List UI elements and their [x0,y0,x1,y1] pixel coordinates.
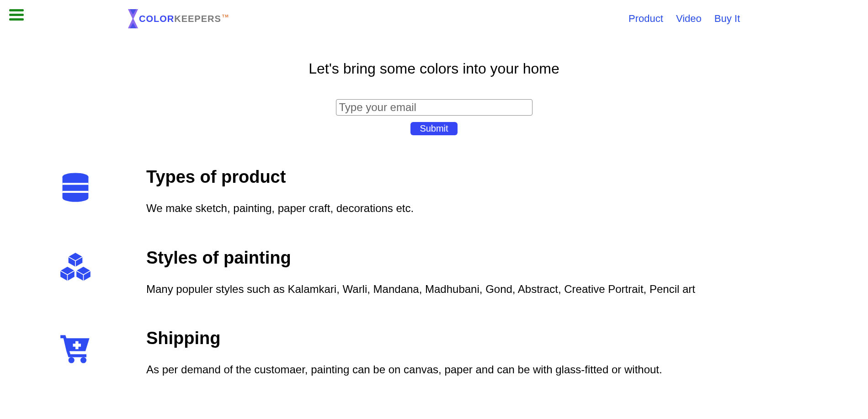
svg-point-22 [69,357,75,363]
email-input[interactable] [336,99,533,116]
feature-title: Types of product [146,167,841,187]
hero-title: Let's bring some colors into your home [0,60,868,77]
svg-rect-8 [63,183,89,185]
logo-mark-icon [128,9,138,28]
feature-shipping: Shipping As per demand of the customaer,… [59,329,841,377]
email-form: Submit [0,99,868,135]
brand-logo[interactable]: COLORKEEPERSTM [128,9,229,28]
svg-rect-2 [9,18,24,21]
feature-title: Shipping [146,329,841,348]
svg-point-23 [80,357,86,363]
hamburger-icon [9,8,24,21]
feature-content: Shipping As per demand of the customaer,… [146,329,841,377]
svg-rect-0 [9,9,24,11]
hamburger-menu-button[interactable] [9,8,24,23]
database-icon [59,171,91,203]
hero-section: Let's bring some colors into your home S… [0,60,868,135]
svg-rect-9 [63,191,89,193]
feature-description: As per demand of the customaer, painting… [146,362,841,377]
nav-video[interactable]: Video [676,13,702,25]
features-section: Types of product We make sketch, paintin… [0,167,868,377]
cubes-icon [59,252,91,284]
svg-rect-1 [9,14,24,16]
svg-rect-25 [73,344,81,347]
feature-description: We make sketch, painting, paper craft, d… [146,201,841,216]
feature-content: Types of product We make sketch, paintin… [146,167,841,216]
feature-types: Types of product We make sketch, paintin… [59,167,841,216]
brand-name: COLORKEEPERSTM [139,14,229,24]
feature-styles: Styles of painting Many populer styles s… [59,248,841,297]
submit-button[interactable]: Submit [410,122,457,135]
header: COLORKEEPERSTM Product Video Buy It [0,0,868,37]
main-nav: Product Video Buy It [628,13,740,25]
nav-product[interactable]: Product [628,13,663,25]
feature-content: Styles of painting Many populer styles s… [146,248,841,297]
nav-buy[interactable]: Buy It [714,13,740,25]
feature-title: Styles of painting [146,248,841,268]
cart-plus-icon [59,332,91,364]
feature-description: Many populer styles such as Kalamkari, W… [146,281,841,297]
